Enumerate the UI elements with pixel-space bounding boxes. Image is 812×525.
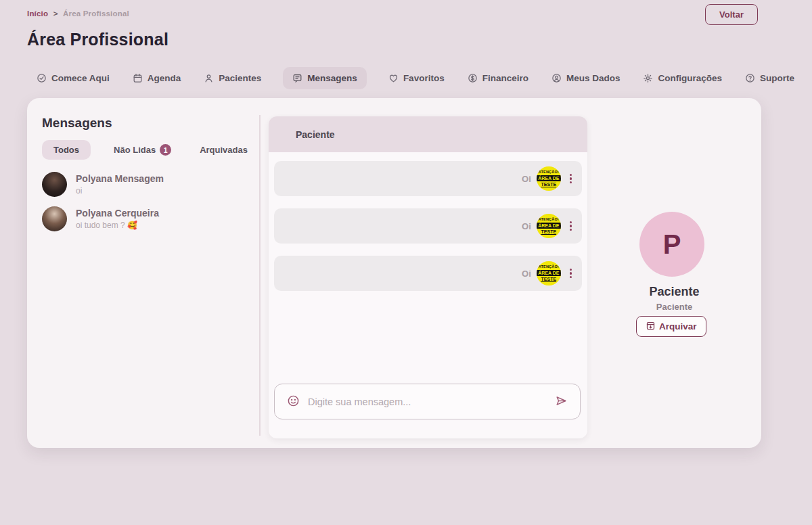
message-options-button[interactable] bbox=[566, 171, 575, 187]
nav-tab-label: Agenda bbox=[148, 73, 181, 83]
test-area-sticker-avatar: ATENÇÃO! ÁREA DE TESTE bbox=[537, 214, 561, 238]
check-circle-icon bbox=[37, 73, 47, 83]
archive-button-label: Arquivar bbox=[659, 321, 697, 332]
breadcrumb-separator: > bbox=[53, 9, 58, 18]
messages-page-card: Mensagens Todos Não Lidas 1 Arquivadas P… bbox=[27, 98, 761, 448]
conversation-name: Polyana Cerqueira bbox=[76, 206, 159, 219]
message-text: Oi bbox=[522, 269, 531, 279]
conversation-filters: Todos Não Lidas 1 Arquivadas bbox=[42, 140, 259, 160]
message-options-button[interactable] bbox=[566, 266, 575, 281]
nav-tab-meus-dados[interactable]: Meus Dados bbox=[550, 67, 622, 89]
archive-button[interactable]: Arquivar bbox=[636, 316, 706, 337]
breadcrumb: Início > Área Profissional bbox=[27, 9, 129, 18]
gear-icon bbox=[643, 73, 653, 83]
conversation-preview: oi bbox=[76, 186, 164, 196]
page-title: Área Profissional bbox=[27, 30, 168, 49]
filter-label: Não Lidas bbox=[114, 145, 156, 155]
panel-title: Mensagens bbox=[42, 116, 259, 131]
chat-title: Paciente bbox=[296, 129, 335, 140]
nav-tab-label: Mensagens bbox=[307, 73, 357, 83]
message-text: Oi bbox=[522, 221, 531, 231]
breadcrumb-current: Área Profissional bbox=[63, 9, 129, 18]
patient-subtitle: Paciente bbox=[587, 302, 761, 312]
nav-tab-label: Meus Dados bbox=[566, 73, 621, 83]
nav-tab-pacientes[interactable]: Pacientes bbox=[202, 67, 263, 89]
person-icon bbox=[204, 73, 214, 83]
chat-message-row: Oi ATENÇÃO! ÁREA DE TESTE bbox=[274, 256, 582, 291]
nav-tab-label: Comece Aqui bbox=[51, 73, 110, 83]
heart-icon bbox=[388, 73, 399, 83]
smiley-icon bbox=[287, 394, 300, 409]
chat-message-list: Oi ATENÇÃO! ÁREA DE TESTE Oi ATENÇÃO! ÁR… bbox=[269, 152, 587, 291]
breadcrumb-home-link[interactable]: Início bbox=[27, 9, 48, 18]
message-input-bar bbox=[274, 384, 581, 419]
conversation-list: Polyana Mensagem oi Polyana Cerqueira oi… bbox=[42, 172, 259, 231]
nav-tab-label: Financeiro bbox=[482, 73, 528, 83]
chat-header: Paciente bbox=[269, 116, 587, 152]
main-nav: Comece Aqui Agenda Pacientes Mensagens F… bbox=[35, 67, 796, 89]
list-item[interactable]: Polyana Cerqueira oi tudo bem ? 🥰 bbox=[42, 206, 259, 231]
patient-info-panel: P Paciente Paciente Arquivar bbox=[587, 98, 761, 448]
nav-tab-label: Configurações bbox=[658, 73, 722, 83]
test-area-sticker-avatar: ATENÇÃO! ÁREA DE TESTE bbox=[537, 166, 561, 191]
panel-divider bbox=[259, 115, 261, 436]
nav-tab-agenda[interactable]: Agenda bbox=[131, 67, 183, 89]
message-options-button[interactable] bbox=[566, 219, 575, 234]
filter-arquivadas[interactable]: Arquivadas bbox=[200, 145, 248, 155]
nav-tab-comece-aqui[interactable]: Comece Aqui bbox=[35, 67, 111, 89]
nav-tab-label: Favoritos bbox=[403, 73, 445, 83]
avatar-photo bbox=[42, 172, 67, 197]
chat-message-row: Oi ATENÇÃO! ÁREA DE TESTE bbox=[274, 161, 582, 196]
chat-icon bbox=[292, 73, 302, 83]
calendar-icon bbox=[133, 73, 143, 83]
patient-avatar: P bbox=[639, 212, 704, 277]
help-circle-icon bbox=[745, 73, 755, 83]
conversation-name: Polyana Mensagem bbox=[76, 172, 164, 184]
filter-todos[interactable]: Todos bbox=[42, 140, 91, 160]
message-text: Oi bbox=[522, 174, 531, 184]
test-area-sticker-avatar: ATENÇÃO! ÁREA DE TESTE bbox=[537, 261, 561, 286]
nav-tab-label: Suporte bbox=[760, 73, 794, 83]
nav-tab-suporte[interactable]: Suporte bbox=[744, 67, 796, 89]
nav-tab-financeiro[interactable]: Financeiro bbox=[466, 67, 530, 89]
nav-tab-favoritos[interactable]: Favoritos bbox=[387, 67, 446, 89]
chat-message-row: Oi ATENÇÃO! ÁREA DE TESTE bbox=[274, 208, 582, 244]
filter-nao-lidas[interactable]: Não Lidas 1 bbox=[114, 144, 171, 156]
nav-tab-mensagens[interactable]: Mensagens bbox=[283, 67, 367, 89]
user-circle-icon bbox=[551, 73, 562, 83]
list-item[interactable]: Polyana Mensagem oi bbox=[42, 172, 259, 197]
patient-name: Paciente bbox=[587, 285, 761, 299]
message-input[interactable] bbox=[308, 396, 547, 407]
conversations-panel: Mensagens Todos Não Lidas 1 Arquivadas P… bbox=[27, 98, 259, 448]
emoji-picker-button[interactable] bbox=[287, 394, 300, 409]
dollar-circle-icon bbox=[468, 73, 478, 83]
chat-card: Paciente Oi ATENÇÃO! ÁREA DE TESTE Oi AT… bbox=[269, 116, 587, 438]
avatar-photo bbox=[42, 206, 67, 231]
archive-icon bbox=[646, 321, 656, 333]
nav-tab-label: Pacientes bbox=[219, 73, 261, 83]
unread-count-badge: 1 bbox=[160, 144, 171, 156]
send-icon bbox=[555, 394, 568, 409]
nav-tab-configuracoes[interactable]: Configurações bbox=[641, 67, 723, 89]
back-button[interactable]: Voltar bbox=[705, 4, 758, 25]
send-button[interactable] bbox=[555, 394, 568, 409]
filter-label: Arquivadas bbox=[200, 145, 248, 155]
conversation-preview: oi tudo bem ? 🥰 bbox=[76, 221, 159, 230]
